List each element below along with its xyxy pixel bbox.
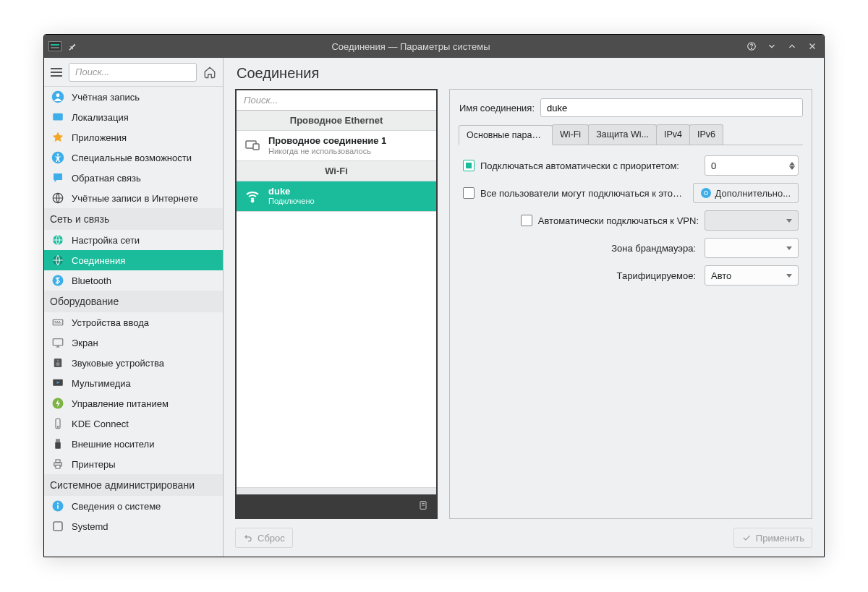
power-icon (51, 397, 64, 410)
check-icon (741, 533, 752, 543)
sidebar-item-label: Приложения (72, 132, 127, 143)
sidebar-item-account[interactable]: Учётная запись (44, 87, 223, 107)
auto-connect-label: Подключаться автоматически с приоритетом… (480, 160, 699, 171)
reset-button[interactable]: Сброс (235, 528, 293, 548)
metered-combo[interactable]: Авто (705, 265, 799, 286)
sidebar-item-label: Учётные записи в Интернете (72, 193, 198, 204)
sidebar-item-bluetooth[interactable]: Bluetooth (44, 270, 223, 291)
close-button[interactable] (805, 39, 820, 53)
globe-icon (51, 192, 64, 205)
settings-dot-icon (701, 188, 711, 198)
all-users-label: Все пользователи могут подключаться к эт… (480, 188, 687, 199)
connection-row[interactable]: Проводное соединение 1 Никогда не исполь… (237, 131, 436, 161)
auto-connect-checkbox[interactable] (463, 160, 475, 171)
auto-vpn-label: Автоматически подключаться к VPN: (538, 215, 699, 226)
chevron-down-icon (786, 219, 792, 223)
svg-point-6 (57, 154, 59, 156)
svg-rect-24 (56, 460, 60, 463)
auto-vpn-checkbox[interactable] (521, 215, 532, 226)
svg-rect-4 (53, 113, 63, 121)
sidebar-item-power[interactable]: Управление питанием (44, 393, 223, 413)
sidebar-item-label: Учётная запись (72, 92, 140, 103)
sidebar-item-label: Экран (72, 338, 98, 348)
bluetooth-icon (51, 274, 64, 287)
priority-spinbox[interactable]: 0 (705, 155, 799, 176)
connections-search[interactable] (237, 90, 436, 111)
sidebar-item-network-settings[interactable]: Настройка сети (44, 230, 223, 250)
multimedia-icon (51, 377, 64, 390)
connection-row[interactable]: duke Подключено (237, 181, 436, 212)
sidebar-item-feedback[interactable]: Обратная связь (44, 168, 223, 188)
svg-rect-31 (253, 144, 259, 150)
tab-wifi[interactable]: Wi-Fi (552, 124, 589, 145)
apply-button[interactable]: Применить (733, 528, 812, 548)
sidebar-item-printers[interactable]: Принтеры (44, 454, 223, 474)
sidebar-header-network: Сеть и связь (44, 208, 223, 230)
window: Соединения — Параметры системы (43, 34, 825, 557)
tab-security[interactable]: Защита Wi... (588, 124, 657, 145)
svg-point-1 (752, 48, 752, 48)
export-icon[interactable] (417, 499, 429, 513)
sidebar-item-label: Соединения (72, 255, 125, 266)
all-users-checkbox[interactable] (463, 187, 475, 199)
sidebar-item-removable[interactable]: Внешние носители (44, 434, 223, 454)
sidebar-item-localization[interactable]: Локализация (44, 107, 223, 127)
phone-icon (51, 417, 64, 430)
sidebar-item-connections[interactable]: Соединения (44, 250, 223, 270)
main-content: Соединения Проводное Ethernet Проводное … (224, 58, 824, 557)
sidebar-item-applications[interactable]: Приложения (44, 127, 223, 147)
tab-ipv6[interactable]: IPv6 (689, 124, 723, 145)
page-title: Соединения (237, 65, 812, 82)
printer-icon (51, 458, 64, 471)
scrollbar[interactable] (237, 487, 436, 494)
titlebar: Соединения — Параметры системы (44, 35, 824, 58)
gear-icon (51, 520, 64, 533)
home-button[interactable] (201, 64, 218, 81)
connection-form: Имя соединения: Основные парамет... Wi-F… (449, 89, 812, 519)
connections-toolbar (237, 494, 436, 518)
sidebar-item-about[interactable]: Сведения о системе (44, 496, 223, 516)
sidebar-item-label: Специальные возможности (72, 153, 192, 163)
sidebar-item-audio[interactable]: Звуковые устройства (44, 353, 223, 373)
sidebar-item-kde-connect[interactable]: KDE Connect (44, 413, 223, 434)
tab-general[interactable]: Основные парамет... (459, 125, 553, 145)
advanced-button-label: Дополнительно... (715, 188, 791, 199)
sidebar-item-input-devices[interactable]: Устройства ввода (44, 312, 223, 333)
maximize-button[interactable] (785, 39, 799, 53)
speaker-icon (51, 356, 64, 369)
tab-ipv4[interactable]: IPv4 (656, 124, 690, 145)
app-icon (48, 41, 61, 51)
sidebar-header-hardware: Оборудование (44, 291, 223, 312)
sidebar-item-display[interactable]: Экран (44, 333, 223, 353)
minimize-button[interactable] (765, 39, 779, 53)
sidebar-item-label: Внешние носители (72, 439, 154, 450)
connections-search-input[interactable] (242, 94, 430, 106)
connection-name: duke (268, 186, 315, 197)
sidebar-search-input[interactable] (74, 66, 192, 78)
sidebar-item-accessibility[interactable]: Специальные возможности (44, 147, 223, 168)
firewall-combo[interactable] (705, 238, 799, 258)
sidebar-search[interactable] (69, 63, 197, 82)
sidebar-item-online-accounts[interactable]: Учётные записи в Интернете (44, 188, 223, 208)
chat-icon (51, 171, 64, 184)
menu-button[interactable] (48, 64, 64, 80)
svg-rect-11 (53, 319, 63, 325)
firewall-label: Зона брандмауэра: (463, 243, 699, 254)
sidebar-item-multimedia[interactable]: Мультимедиа (44, 373, 223, 393)
chevron-down-icon (786, 274, 792, 278)
connection-name-input[interactable] (540, 98, 803, 117)
sidebar-item-label: KDE Connect (72, 419, 129, 429)
keyboard-icon (51, 316, 64, 329)
sidebar-item-label: Bluetooth (72, 275, 111, 286)
info-icon (51, 499, 64, 512)
svg-rect-12 (53, 339, 63, 346)
usb-icon (51, 437, 64, 450)
sidebar-item-systemd[interactable]: Systemd (44, 516, 223, 536)
advanced-button[interactable]: Дополнительно... (693, 183, 799, 203)
connection-status: Подключено (268, 197, 315, 206)
auto-vpn-combo[interactable] (705, 210, 799, 231)
help-button[interactable] (744, 39, 759, 53)
sidebar-item-label: Локализация (72, 112, 129, 123)
pin-icon[interactable] (67, 41, 77, 51)
sidebar-header-sysadmin: Системное администрировани (44, 474, 223, 496)
